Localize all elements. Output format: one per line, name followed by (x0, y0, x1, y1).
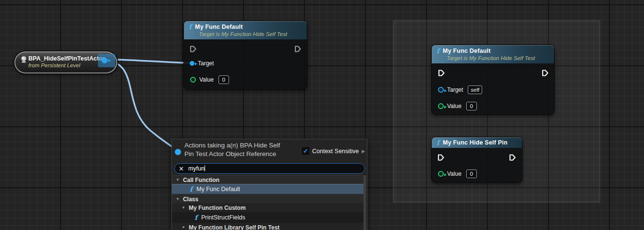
collapse-triangle-icon[interactable]: ▼ (182, 206, 185, 210)
wire-actor-to-target[interactable] (109, 60, 192, 63)
exec-in-pin[interactable] (437, 69, 445, 77)
clear-search-icon[interactable]: ✕ (179, 166, 184, 172)
exec-out-pin[interactable] (541, 69, 549, 77)
context-sensitive-checkbox[interactable]: ✓ (302, 147, 309, 155)
wire-actor-to-menu[interactable] (109, 61, 177, 151)
category-call-function[interactable]: ▼ Call Function (172, 175, 364, 184)
value-pin-label: Value (199, 76, 214, 83)
subcategory-my-function-custom[interactable]: ▼ My Function Custom (172, 203, 364, 212)
value-pin[interactable] (438, 103, 444, 109)
node-header[interactable]: f My Func Hide Self Pin (432, 137, 522, 148)
collapse-triangle-icon[interactable]: ▼ (182, 225, 185, 230)
function-icon: f (189, 24, 192, 30)
target-pin-label: Target (198, 60, 214, 67)
actor-node-title: BPA_HideSelfPinTestActor (28, 55, 105, 62)
menu-scrollbar[interactable] (364, 175, 366, 230)
node-actor-reference[interactable]: BPA_HideSelfPinTestActor from Persistent… (14, 51, 117, 73)
category-class[interactable]: ▼ Class (172, 194, 364, 203)
function-icon: f (190, 186, 193, 192)
collapse-triangle-icon[interactable]: ▼ (176, 178, 180, 182)
context-sensitive-label: Context Sensitive (312, 148, 359, 155)
function-icon: f (194, 215, 197, 220)
actor-node-subtitle: from Persistent Level (28, 62, 80, 68)
value-pin-label: Value (447, 170, 462, 177)
actor-output-pin[interactable] (102, 58, 108, 63)
search-input[interactable]: ✕ myfun (174, 163, 365, 174)
menu-pin-dot-icon (175, 149, 181, 155)
node-title: My Func Hide Self Pin (443, 139, 508, 146)
action-item-my-func-default[interactable]: f My Func Default (172, 184, 364, 194)
value-pin-label: Value (447, 103, 462, 109)
exec-in-pin[interactable] (437, 154, 445, 161)
target-input[interactable]: self (468, 85, 482, 94)
target-pin-label: Target (447, 86, 463, 93)
actor-orb-icon (20, 56, 27, 65)
value-input[interactable]: 0 (219, 75, 229, 84)
node-title: My Func Default (195, 24, 243, 30)
node-subtitle: Target is My Function Hide Self Test (199, 31, 302, 37)
exec-out-pin[interactable] (294, 45, 302, 53)
node-my-func-default-b[interactable]: f My Func Default Target is My Function … (431, 45, 555, 115)
blueprint-graph-canvas[interactable]: BPA_HideSelfPinTestActor from Persistent… (0, 0, 644, 230)
node-header[interactable]: f My Func Default Target is My Function … (432, 45, 554, 63)
node-header[interactable]: f My Func Default Target is My Function … (184, 21, 307, 39)
node-my-func-default-a[interactable]: f My Func Default Target is My Function … (183, 21, 307, 90)
target-pin[interactable] (438, 87, 444, 93)
action-list: ▼ Call Function f My Func Default ▼ Clas… (172, 175, 364, 230)
collapse-triangle-icon[interactable]: ▼ (176, 197, 180, 201)
function-icon: f (437, 140, 439, 145)
menu-title: Actions taking a(n) BPA Hide Self Pin Te… (184, 141, 280, 158)
exec-in-pin[interactable] (189, 45, 197, 53)
expand-arrow-icon[interactable]: ▶ (362, 149, 365, 154)
blueprint-action-menu: Actions taking a(n) BPA Hide Self Pin Te… (171, 139, 367, 230)
node-subtitle: Target is My Function Hide Self Test (447, 55, 549, 61)
node-my-func-hide-self-pin[interactable]: f My Func Hide Self Pin Value 0 (431, 137, 522, 183)
value-input[interactable]: 0 (466, 169, 477, 178)
value-pin[interactable] (438, 171, 444, 177)
target-pin[interactable] (190, 61, 194, 66)
exec-out-pin[interactable] (509, 154, 516, 161)
node-title: My Func Default (443, 48, 491, 54)
search-value: myfun (188, 165, 205, 172)
action-item-print-struct-fields[interactable]: f PrintStructFields (172, 212, 364, 223)
value-input[interactable]: 0 (466, 102, 477, 110)
subcategory-my-function-library[interactable]: ▼ My Function Library Self Pin Test (172, 223, 364, 230)
text-caret (205, 165, 205, 171)
value-pin[interactable] (190, 77, 196, 83)
function-icon: f (437, 48, 439, 54)
